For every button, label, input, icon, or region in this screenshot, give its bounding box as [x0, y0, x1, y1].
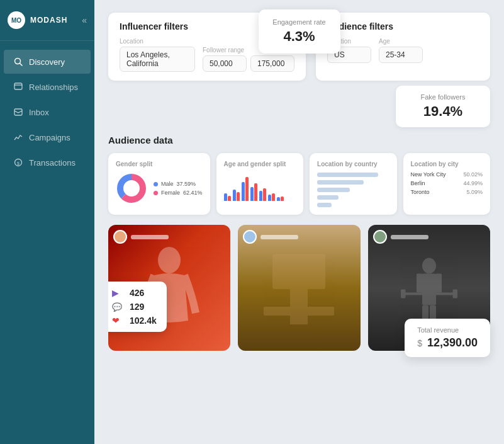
svg-rect-11 [272, 254, 325, 289]
post-avatar-1 [113, 230, 169, 244]
svg-point-14 [422, 258, 436, 274]
location-lines [317, 173, 389, 207]
follower-max-input[interactable]: 175,000 [250, 55, 294, 72]
top-row: Influencer filters Location Los Angeles,… [108, 13, 490, 81]
svg-rect-17 [435, 274, 442, 293]
gender-split-card: Gender split Male 37.59% [108, 153, 210, 215]
audience-age-field: Age 25-34 [379, 38, 423, 63]
chart-icon [13, 132, 24, 143]
svg-rect-21 [401, 290, 406, 299]
gender-split-title: Gender split [116, 161, 203, 168]
location-bar-3 [317, 188, 350, 192]
gender-donut-chart [116, 173, 147, 204]
sidebar-item-relationships[interactable]: Relationships [4, 75, 91, 99]
city-name-1: New York City [411, 171, 446, 178]
location-bar-1 [317, 173, 378, 177]
bar-blue-5 [259, 191, 262, 201]
engagement-label: Engagement rate [272, 18, 327, 26]
bar-blue-6 [268, 195, 271, 201]
bar-blue-1 [224, 193, 227, 201]
fake-followers-value: 19.4% [410, 103, 476, 120]
sidebar-item-label: Transactions [29, 158, 76, 168]
bar-red-2 [237, 192, 240, 201]
photo-room [238, 225, 360, 351]
female-pct: 62.41% [183, 190, 203, 196]
stats-overlay: ▶ 426 💬 129 ❤ 102.4k [108, 282, 167, 332]
influencer-location-input[interactable]: Los Angeles, California [120, 47, 195, 72]
audience-age-label: Age [379, 38, 423, 45]
follower-min-input[interactable]: 50,000 [203, 55, 247, 72]
stat-plays: ▶ 426 [112, 288, 157, 298]
sidebar-item-discovery[interactable]: Discovery [4, 50, 91, 74]
audience-section: Audience data Gender split [108, 135, 490, 215]
city-name-3: Toronto [411, 189, 430, 195]
collapse-icon[interactable]: « [82, 15, 87, 25]
svg-line-1 [20, 64, 23, 66]
audience-filters-title: Audience filters [327, 21, 479, 31]
plays-value: 426 [130, 288, 144, 298]
svg-rect-13 [264, 307, 334, 316]
city-row-3: Toronto 5.09% [411, 189, 483, 195]
logo-icon: MO [8, 11, 25, 29]
age-gender-chart [224, 173, 296, 201]
bar-red-7 [281, 196, 284, 201]
revenue-label: Total revenue [417, 326, 478, 334]
heart-icon: ❤ [112, 316, 123, 326]
sidebar-header: MO MODASH « [0, 0, 94, 41]
engagement-value: 4.3% [272, 28, 327, 45]
bar-red-5 [263, 188, 266, 201]
stat-comments: 💬 129 [112, 302, 157, 312]
city-rows: New York City 50.02% Berlin 44.99% Toron… [411, 171, 483, 195]
influencer-location-field: Location Los Angeles, California [120, 38, 195, 72]
audience-filter-row: Location US Age 25-34 [327, 38, 479, 63]
svg-text:$: $ [17, 161, 20, 166]
gender-legend: Male 37.59% Female 62.41% [154, 181, 203, 196]
avatar-circle-2 [243, 230, 257, 244]
bar-blue-7 [277, 197, 280, 201]
sidebar-item-label: Discovery [29, 57, 65, 67]
audience-age-input[interactable]: 25-34 [379, 47, 423, 63]
city-pct-3: 5.09% [466, 189, 483, 195]
post-card-1[interactable]: ▶ 426 💬 129 ❤ 102.4k [108, 225, 230, 351]
post-card-2[interactable] [238, 225, 360, 351]
sidebar-item-label: Relationships [29, 83, 78, 92]
age-gender-title: Age and gender split [224, 161, 296, 168]
svg-rect-22 [452, 290, 457, 299]
male-dot [154, 182, 158, 186]
avatar-circle-3 [373, 230, 387, 244]
sidebar: MO MODASH « Discovery Relationships [0, 0, 94, 444]
bar-blue-4 [250, 187, 254, 201]
likes-value: 102.4k [130, 316, 157, 326]
engagement-card: Engagement rate 4.3% [259, 9, 340, 54]
svg-rect-2 [14, 83, 22, 89]
city-pct-1: 50.02% [463, 171, 483, 178]
fake-followers-label: Fake followers [410, 93, 476, 101]
svg-rect-4 [14, 109, 22, 115]
post-avatar-2 [243, 230, 298, 244]
location-bar-4 [317, 195, 339, 200]
audience-cards: Gender split Male 37.59% [108, 153, 490, 215]
female-dot [154, 191, 158, 195]
male-pct: 37.59% [177, 181, 196, 187]
bar-blue-2 [233, 190, 236, 201]
posts-section: ▶ 426 💬 129 ❤ 102.4k [108, 225, 490, 351]
audience-filters-card: Audience filters Location US Age 25-34 [316, 13, 490, 81]
dollar-sign: $ [417, 338, 422, 348]
sidebar-item-inbox[interactable]: Inbox [4, 100, 91, 124]
sidebar-nav: Discovery Relationships Inbox [0, 41, 94, 444]
age-gender-card: Age and gender split [216, 153, 303, 215]
male-label: Male [161, 181, 174, 187]
revenue-card: Total revenue $ 12,390.00 [405, 319, 490, 357]
inbox-icon [13, 106, 24, 118]
avatar-name-1 [131, 235, 169, 239]
avatar-name-3 [391, 235, 428, 239]
sidebar-item-transactions[interactable]: $ Transactions [4, 151, 91, 174]
svg-point-9 [125, 181, 138, 195]
bar-blue-3 [242, 182, 245, 201]
bar-red-3 [245, 177, 249, 201]
female-label: Female [161, 190, 180, 196]
sidebar-item-campaigns[interactable]: Campaigns [4, 125, 91, 149]
svg-point-10 [158, 247, 181, 273]
location-bar-2 [317, 180, 364, 185]
users-icon [13, 81, 24, 93]
